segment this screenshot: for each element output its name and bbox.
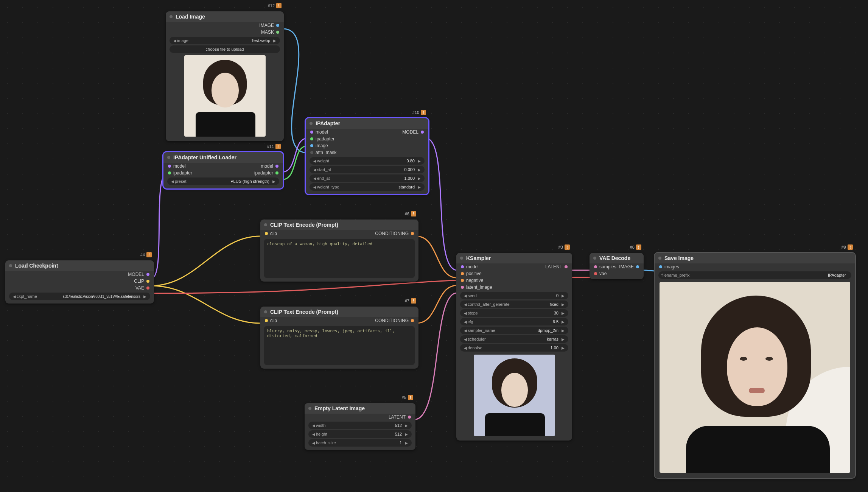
output-latent: LATENT	[545, 264, 562, 269]
widget-filename-prefix[interactable]: filename_prefixIPAdapter	[658, 271, 851, 279]
node-title: Load Checkpoint	[15, 263, 58, 269]
input-model: model	[173, 163, 186, 169]
node-title: KSampler	[466, 255, 491, 261]
prompt-textarea[interactable]: blurry, noisy, messy, lowres, jpeg, arti…	[264, 326, 415, 365]
save-image-preview	[660, 282, 850, 473]
node-title: Save Image	[664, 255, 694, 261]
widget-preset[interactable]: ◀presetPLUS (high strength)▶	[167, 177, 279, 185]
node-load-checkpoint[interactable]: #4! Load Checkpoint MODEL CLIP VAE ◀ckpt…	[5, 260, 154, 304]
ksampler-preview	[474, 355, 555, 436]
node-badge: #10!	[412, 110, 426, 115]
input-attn-mask: attn_mask	[316, 150, 336, 155]
input-positive: positive	[466, 271, 482, 276]
output-mask: MASK	[261, 30, 274, 35]
node-badge: #5!	[402, 395, 413, 400]
node-load-image[interactable]: #12! Load Image IMAGE MASK ◀imageTest.we…	[166, 11, 284, 141]
widget-weight[interactable]: ◀weight0.80▶	[310, 157, 425, 165]
node-title: CLIP Text Encode (Prompt)	[270, 309, 338, 315]
widget-scheduler[interactable]: ◀schedulerkarras▶	[460, 335, 568, 343]
widget-ckpt-name[interactable]: ◀ckpt_namesd1/realisticVisionV60B1_v51VA…	[9, 293, 150, 300]
input-image: image	[316, 143, 328, 148]
output-conditioning: CONDITIONING	[375, 318, 409, 323]
output-latent: LATENT	[389, 414, 406, 420]
widget-end-at[interactable]: ◀end_at1.000▶	[310, 174, 425, 182]
widget-height[interactable]: ◀height512▶	[308, 430, 412, 438]
widget-denoise[interactable]: ◀denoise1.00▶	[460, 344, 568, 352]
widget-weight-type[interactable]: ◀weight_typestandard▶	[310, 183, 425, 191]
output-model: model	[261, 163, 273, 169]
node-title: Load Image	[176, 14, 205, 20]
output-image: IMAGE	[619, 264, 634, 269]
widget-control-after-generate[interactable]: ◀control_after_generatefixed▶	[460, 300, 568, 308]
node-badge: #6!	[405, 211, 416, 216]
input-clip: clip	[270, 318, 277, 323]
node-ipadapter[interactable]: #10! IPAdapter model MODEL ipadapter ima…	[306, 118, 428, 194]
input-model: model	[316, 129, 328, 135]
widget-steps[interactable]: ◀steps30▶	[460, 309, 568, 317]
input-images: images	[664, 264, 679, 269]
output-model: MODEL	[402, 129, 418, 135]
node-ksampler[interactable]: #3! KSampler model LATENT positive negat…	[456, 253, 572, 441]
node-clip-text-encode-positive[interactable]: #6! CLIP Text Encode (Prompt) clip CONDI…	[260, 220, 418, 282]
widget-width[interactable]: ◀width512▶	[308, 422, 412, 429]
widget-batch-size[interactable]: ◀batch_size1▶	[308, 439, 412, 447]
node-badge: #7!	[405, 298, 416, 304]
widget-image[interactable]: ◀imageTest.webp▶	[170, 37, 280, 44]
node-badge: #12!	[268, 3, 282, 8]
input-model: model	[466, 264, 479, 269]
node-title: IPAdapter	[316, 120, 340, 126]
input-negative: negative	[466, 278, 483, 283]
widget-seed[interactable]: ◀seed0▶	[460, 292, 568, 299]
node-vae-decode[interactable]: #8! VAE Decode samples IMAGE vae	[590, 253, 644, 279]
widget-start-at[interactable]: ◀start_at0.000▶	[310, 166, 425, 173]
upload-button[interactable]: choose file to upload	[170, 45, 280, 53]
output-clip: CLIP	[134, 279, 144, 284]
prompt-textarea[interactable]: closeup of a woman, high quality, detail…	[264, 239, 415, 278]
output-image: IMAGE	[259, 23, 274, 28]
input-samples: samples	[599, 264, 616, 269]
node-save-image[interactable]: #9! Save Image images filename_prefixIPA…	[655, 253, 855, 478]
input-ipadapter: ipadapter	[173, 170, 192, 176]
node-ipadapter-unified-loader[interactable]: #11! IPAdapter Unified Loader model mode…	[163, 152, 283, 188]
node-badge: #3!	[558, 244, 570, 250]
output-vae: VAE	[135, 285, 144, 291]
input-ipadapter: ipadapter	[316, 136, 334, 142]
input-vae: vae	[599, 271, 607, 276]
node-badge: #9!	[842, 244, 853, 250]
output-model: MODEL	[128, 272, 144, 277]
node-badge: #11!	[267, 144, 281, 149]
node-empty-latent-image[interactable]: #5! Empty Latent Image LATENT ◀width512▶…	[305, 403, 415, 450]
widget-cfg[interactable]: ◀cfg6.5▶	[460, 318, 568, 325]
node-badge: #8!	[630, 244, 641, 250]
node-title: VAE Decode	[599, 255, 630, 261]
node-title: IPAdapter Unified Loader	[173, 154, 236, 160]
node-title: CLIP Text Encode (Prompt)	[270, 222, 338, 228]
node-badge: #4!	[140, 252, 152, 257]
widget-sampler-name[interactable]: ◀sampler_namedpmpp_2m▶	[460, 327, 568, 334]
node-clip-text-encode-negative[interactable]: #7! CLIP Text Encode (Prompt) clip CONDI…	[260, 307, 418, 369]
input-latent-image: latent_image	[466, 285, 492, 290]
load-image-preview	[184, 55, 266, 137]
output-ipadapter: ipadapter	[254, 170, 273, 176]
input-clip: clip	[270, 231, 277, 236]
node-title: Empty Latent Image	[314, 405, 365, 411]
output-conditioning: CONDITIONING	[375, 231, 409, 236]
